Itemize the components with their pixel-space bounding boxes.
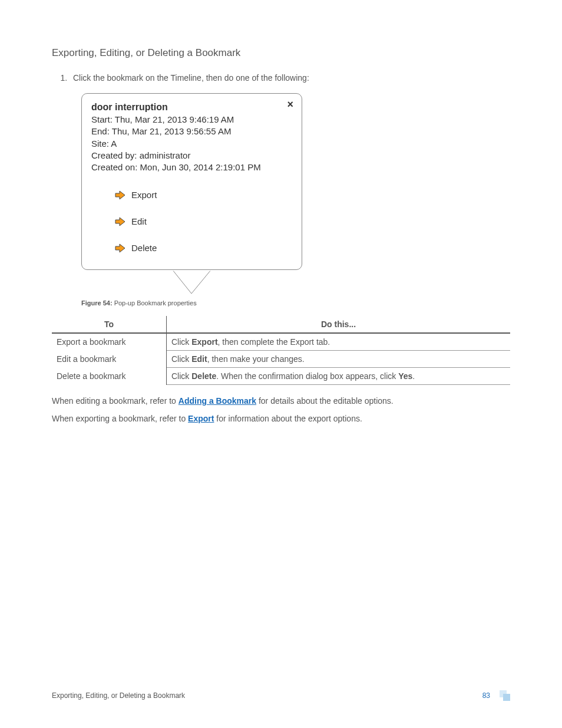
edit-label: Edit (131, 216, 147, 226)
popup-created-by: Created by: administrator (91, 150, 292, 162)
popup-start: Start: Thu, Mar 21, 2013 9:46:19 AM (91, 114, 292, 126)
table-row: Delete a bookmark Click Delete. When the… (52, 368, 510, 385)
export-label: Export (131, 190, 157, 200)
instruction-table: To Do this... Export a bookmark Click Ex… (52, 316, 510, 385)
popup-end: End: Thu, Mar 21, 2013 9:56:55 AM (91, 126, 292, 137)
export-link[interactable]: Export (188, 414, 214, 423)
arrow-right-icon (115, 243, 125, 253)
cell-to: Export a bookmark (52, 333, 167, 351)
popup-tail (81, 270, 302, 294)
step-1: Click the bookmark on the Timeline, then… (70, 73, 510, 83)
logo-icon (496, 690, 510, 701)
page-footer: Exporting, Editing, or Deleting a Bookma… (52, 690, 510, 701)
adding-bookmark-link[interactable]: Adding a Bookmark (178, 396, 256, 406)
popup-site: Site: A (91, 138, 292, 150)
col-to: To (52, 316, 167, 333)
figure-caption: Figure 54: Pop-up Bookmark properties (81, 299, 510, 307)
export-action[interactable]: Export (115, 190, 292, 200)
figure-text: Pop-up Bookmark properties (113, 299, 197, 307)
para-editing: When editing a bookmark, refer to Adding… (52, 396, 510, 407)
popup-created-on: Created on: Mon, Jun 30, 2014 2:19:01 PM (91, 162, 292, 173)
cell-do: Click Export, then complete the Export t… (167, 333, 511, 351)
table-row: Export a bookmark Click Export, then com… (52, 333, 510, 351)
cell-do: Click Edit, then make your changes. (167, 351, 511, 368)
popup-title: door interruption (91, 102, 292, 113)
table-row: Edit a bookmark Click Edit, then make yo… (52, 351, 510, 368)
figure-label: Figure 54: (81, 299, 113, 307)
section-heading: Exporting, Editing, or Deleting a Bookma… (52, 47, 510, 59)
arrow-right-icon (115, 217, 125, 226)
bookmark-popup: × door interruption Start: Thu, Mar 21, … (81, 93, 302, 270)
arrow-right-icon (115, 190, 125, 200)
delete-action[interactable]: Delete (115, 243, 292, 253)
delete-label: Delete (131, 243, 157, 253)
page-number: 83 (482, 691, 490, 700)
close-icon[interactable]: × (287, 98, 293, 111)
footer-title: Exporting, Editing, or Deleting a Bookma… (52, 691, 185, 700)
cell-to: Edit a bookmark (52, 351, 167, 368)
cell-to: Delete a bookmark (52, 368, 167, 385)
cell-do: Click Delete. When the confirmation dial… (167, 368, 511, 385)
para-exporting: When exporting a bookmark, refer to Expo… (52, 413, 510, 425)
edit-action[interactable]: Edit (115, 216, 292, 226)
col-do: Do this... (167, 316, 511, 333)
